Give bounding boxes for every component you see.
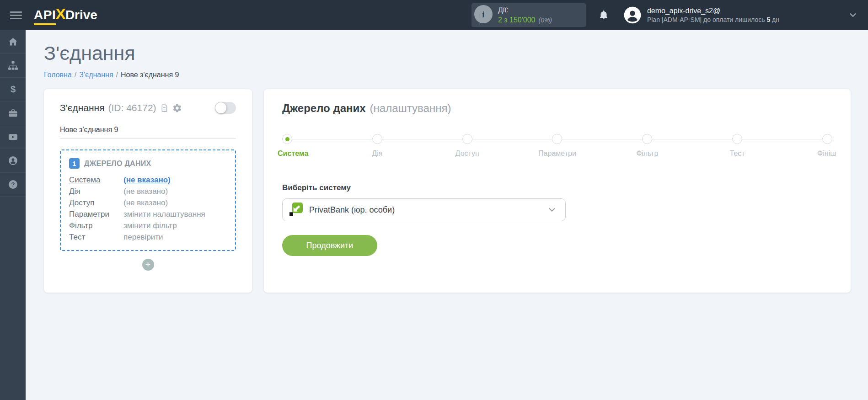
user-email: demo_apix-drive_s2@ — [647, 6, 779, 16]
sidebar-item-help[interactable]: ? — [0, 173, 26, 197]
hamburger-menu-icon[interactable] — [10, 11, 22, 19]
youtube-icon — [8, 132, 18, 142]
chevron-down-icon[interactable] — [848, 10, 858, 20]
info-icon[interactable]: i — [474, 5, 493, 25]
user-menu[interactable]: demo_apix-drive_s2@ Plan |ADM-AP-SM| до … — [647, 6, 779, 24]
step-filter[interactable]: Фільтр — [642, 134, 652, 144]
step-params[interactable]: Параметри — [552, 134, 562, 144]
source-row-value: перевірити — [123, 233, 227, 242]
step-label: Система — [278, 149, 308, 158]
dollar-icon: $ — [8, 84, 18, 95]
connection-name-input[interactable] — [60, 124, 236, 139]
step-system[interactable]: Система — [282, 134, 292, 144]
step-circle — [282, 134, 292, 144]
svg-text:?: ? — [11, 181, 15, 188]
sidebar: $? — [0, 30, 26, 400]
step-circle — [552, 134, 562, 144]
step-label: Доступ — [455, 149, 479, 158]
question-icon: ? — [8, 179, 18, 190]
sidebar-item-connections[interactable] — [0, 54, 26, 78]
sidebar-item-home[interactable] — [0, 30, 26, 54]
step-number-badge: 1 — [69, 158, 80, 169]
page-title: З'єднання — [44, 42, 851, 64]
home-icon — [8, 37, 18, 47]
document-icon[interactable] — [160, 104, 169, 112]
svg-text:i: i — [482, 10, 484, 19]
step-circle — [822, 134, 832, 144]
step-circle — [732, 134, 742, 144]
step-action[interactable]: Дія — [372, 134, 382, 144]
data-source-heading: ДЖЕРЕЛО ДАНИХ — [84, 160, 151, 168]
sidebar-item-billing[interactable]: $ — [0, 78, 26, 101]
data-source-block[interactable]: 1 ДЖЕРЕЛО ДАНИХ Система(не вказано)Дія(н… — [60, 149, 236, 251]
breadcrumb-separator: / — [75, 71, 76, 79]
source-row-value: (не вказано) — [123, 198, 227, 208]
source-row-value: (не вказано) — [123, 187, 227, 196]
stepper: СистемаДіяДоступПараметриФільтрТестФініш — [282, 134, 832, 163]
source-row-value: змінити фільтр — [123, 221, 227, 230]
logo-part-api: API — [34, 8, 56, 25]
continue-button[interactable]: Продовжити — [282, 235, 377, 256]
actions-counter-value: 2 з 150'000 — [498, 15, 536, 25]
source-row-label: Параметри — [69, 210, 123, 219]
source-row-label: Доступ — [69, 198, 123, 208]
connection-card: З'єднання (ID: 46172) 1 ДЖЕРЕЛО ДАНИХ Си… — [44, 89, 252, 293]
source-row-label: Система — [69, 176, 123, 185]
logo-part-drive: Drive — [65, 8, 97, 22]
step-circle — [462, 134, 472, 144]
select-system-label: Виберіть систему — [282, 183, 832, 192]
source-row-label: Тест — [69, 233, 123, 242]
toggle-knob — [215, 102, 226, 113]
setup-card-subtitle: (налаштування) — [370, 102, 451, 115]
connection-toggle[interactable] — [215, 102, 236, 114]
step-label: Фініш — [817, 149, 836, 158]
avatar[interactable] — [623, 6, 642, 24]
actions-counter-label: Дії: — [498, 5, 552, 15]
privatbank-logo-icon — [289, 202, 303, 218]
sidebar-item-services[interactable] — [0, 101, 26, 125]
sitemap-icon — [8, 60, 18, 71]
step-label: Дія — [372, 149, 382, 158]
user-icon — [8, 155, 18, 166]
step-test[interactable]: Тест — [732, 134, 742, 144]
actions-counter: i Дії: 2 з 150'000 (0%) — [472, 3, 586, 27]
step-circle — [642, 134, 652, 144]
svg-text:$: $ — [10, 84, 15, 94]
breadcrumb-link[interactable]: З'єднання — [79, 71, 113, 79]
add-step-button[interactable]: + — [142, 259, 154, 271]
briefcase-icon — [8, 108, 18, 118]
breadcrumb: Головна/З'єднання/Нове з'єднання 9 — [44, 71, 851, 79]
step-finish[interactable]: Фініш — [822, 134, 832, 144]
step-circle — [372, 134, 382, 144]
sidebar-item-account[interactable] — [0, 149, 26, 173]
source-row-label: Фільтр — [69, 221, 123, 230]
breadcrumb-link[interactable]: Головна — [44, 71, 72, 79]
apixdrive-logo[interactable]: APIXDrive — [34, 5, 97, 25]
step-label: Тест — [730, 149, 745, 158]
days-left-value: 5 — [766, 16, 770, 23]
source-row-label: Дія — [69, 187, 123, 196]
setup-card-title: Джерело даних — [282, 102, 366, 115]
stepper-steps: СистемаДіяДоступПараметриФільтрТестФініш — [282, 134, 832, 144]
gear-icon[interactable] — [172, 103, 182, 113]
logo-part-x: X — [55, 5, 66, 23]
data-source-setup-card: Джерело даних (налаштування) СистемаДіяД… — [264, 89, 851, 293]
connection-id: (ID: 46172) — [108, 102, 156, 113]
system-select[interactable]: PrivatBank (юр. особи) — [282, 198, 566, 221]
system-select-value: PrivatBank (юр. особи) — [309, 205, 395, 215]
breadcrumb-current: Нове з'єднання 9 — [121, 71, 179, 79]
step-label: Фільтр — [636, 149, 658, 158]
main-content: З'єднання Головна/З'єднання/Нове з'єднан… — [26, 30, 868, 400]
actions-counter-percent: (0%) — [538, 16, 552, 25]
step-label: Параметри — [538, 149, 576, 158]
select-chevron-down-icon — [547, 205, 557, 215]
step-access[interactable]: Доступ — [462, 134, 472, 144]
source-row-value[interactable]: (не вказано) — [123, 176, 227, 185]
sidebar-item-video[interactable] — [0, 125, 26, 149]
topbar: APIXDrive i Дії: 2 з 150'000 (0%) demo_a… — [0, 0, 868, 30]
user-plan: Plan |ADM-AP-SM| до оплати лишилось 5 дн — [647, 16, 779, 24]
breadcrumb-separator: / — [116, 71, 118, 79]
bell-icon[interactable] — [598, 9, 610, 21]
source-row-value: змінити налаштування — [123, 210, 227, 219]
source-block-rows: Система(не вказано)Дія(не вказано)Доступ… — [69, 176, 227, 242]
